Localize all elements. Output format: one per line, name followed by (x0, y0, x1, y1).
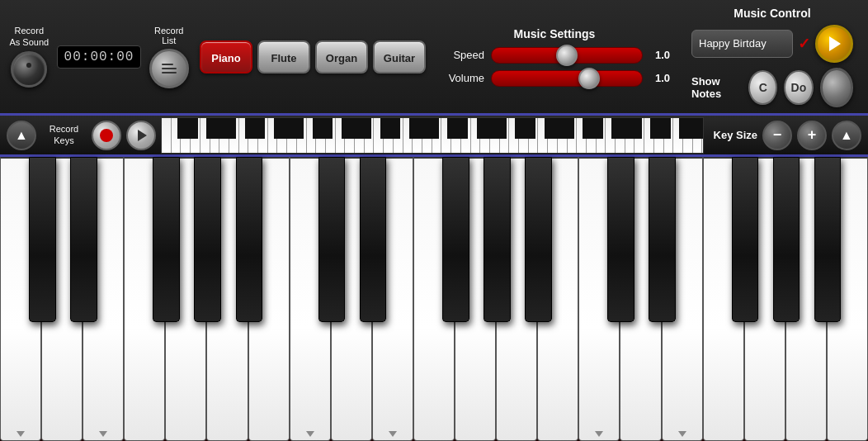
record-list-label: Record List (154, 26, 183, 45)
black-key[interactable] (773, 157, 800, 322)
mini-black-key[interactable] (564, 118, 574, 139)
black-key[interactable] (525, 157, 552, 322)
black-key[interactable] (442, 157, 469, 322)
mini-black-key[interactable] (496, 118, 507, 139)
key-size-decrease-button[interactable]: − (762, 121, 792, 150)
mini-black-key[interactable] (254, 118, 265, 139)
mini-black-key[interactable] (293, 118, 304, 139)
mini-black-key[interactable] (225, 118, 236, 139)
mini-black-key[interactable] (592, 118, 603, 139)
scroll-left-button[interactable]: ▲ (7, 121, 36, 150)
key-size-label: Key Size (714, 129, 757, 141)
black-key[interactable] (732, 157, 759, 322)
key-arrow-icon (17, 431, 25, 437)
black-key[interactable] (360, 157, 387, 322)
black-key[interactable] (153, 157, 180, 322)
knob-dot (26, 63, 31, 68)
speed-value: 1.0 (649, 49, 670, 61)
music-settings: Music Settings Speed 1.0 Volume 1.0 (431, 22, 678, 92)
check-icon: ✓ (798, 35, 810, 53)
record-keys-label: Record Keys (41, 124, 87, 145)
black-key[interactable] (649, 157, 676, 322)
song-select[interactable]: Happy Birtday (691, 30, 793, 58)
key-size-increase-button[interactable]: + (797, 121, 827, 150)
black-key[interactable] (814, 157, 842, 322)
black-key[interactable] (607, 157, 634, 322)
song-select-row: Happy Birtday ✓ (691, 25, 853, 63)
volume-value: 1.0 (649, 72, 670, 84)
speed-label: Speed (439, 49, 484, 61)
music-control-title: Music Control (691, 7, 853, 20)
mini-black-key[interactable] (322, 118, 333, 139)
play-large-button[interactable] (815, 25, 853, 63)
piano-area (0, 157, 868, 441)
black-key[interactable] (318, 157, 346, 322)
record-as-sound-label: Record As Sound (9, 26, 49, 47)
speed-slider-row: Speed 1.0 (439, 47, 670, 64)
volume-label: Volume (439, 72, 484, 84)
black-key[interactable] (236, 157, 263, 322)
volume-slider-track[interactable] (491, 70, 643, 87)
mini-black-key[interactable] (361, 118, 371, 139)
key-arrow-icon (595, 431, 603, 437)
top-bar: Record As Sound 00:00:00 Record List Pia… (0, 0, 868, 116)
record-as-sound-section: Record As Sound (7, 26, 52, 87)
music-settings-title: Music Settings (514, 27, 596, 40)
note-knob[interactable] (820, 68, 853, 107)
mini-black-key[interactable] (186, 118, 197, 139)
piano-strip (161, 117, 704, 154)
key-arrow-icon (389, 431, 397, 437)
instrument-buttons: Piano Flute Organ Guitar (200, 40, 426, 74)
play-triangle-icon (829, 36, 841, 51)
note-c-button[interactable]: C (748, 70, 777, 105)
note-do-button[interactable]: Do (784, 70, 813, 105)
play-icon (138, 130, 147, 141)
black-key[interactable] (484, 157, 511, 322)
speed-slider-thumb[interactable] (556, 45, 578, 66)
instrument-guitar[interactable]: Guitar (373, 40, 426, 74)
list-icon (162, 64, 177, 74)
volume-slider-thumb[interactable] (578, 68, 600, 89)
control-row: ▲ Record Keys Key Size − + ▲ (0, 116, 868, 157)
instrument-flute[interactable]: Flute (257, 40, 310, 74)
timer-display: 00:00:00 (57, 45, 142, 69)
record-as-sound-knob[interactable] (11, 51, 47, 88)
mini-black-key[interactable] (631, 118, 642, 139)
instrument-piano[interactable]: Piano (200, 40, 252, 74)
record-list-section: Record List (146, 26, 191, 88)
mini-black-key[interactable] (457, 118, 468, 139)
key-arrow-icon (99, 431, 107, 437)
music-control: Music Control Happy Birtday ✓ Show Notes… (683, 2, 861, 112)
volume-slider-row: Volume 1.0 (439, 70, 670, 87)
show-notes-label: Show Notes (691, 75, 742, 100)
speed-slider-track[interactable] (491, 47, 643, 64)
record-dot-icon (100, 129, 113, 142)
black-key[interactable] (194, 157, 221, 322)
mini-black-key[interactable] (699, 118, 704, 139)
scroll-right-button[interactable]: ▲ (832, 121, 861, 150)
mini-black-key[interactable] (660, 118, 671, 139)
show-notes-row: Show Notes C Do (691, 68, 853, 107)
instrument-organ[interactable]: Organ (315, 40, 368, 74)
key-arrow-icon (306, 431, 314, 437)
black-key[interactable] (29, 157, 56, 322)
mini-black-key[interactable] (428, 118, 439, 139)
key-arrow-icon (678, 431, 686, 437)
record-button[interactable] (92, 121, 121, 150)
black-key[interactable] (70, 157, 97, 322)
play-button[interactable] (126, 121, 156, 150)
mini-black-key[interactable] (525, 118, 535, 139)
mini-white-key[interactable] (162, 118, 172, 153)
record-list-button[interactable] (149, 49, 189, 88)
mini-black-key[interactable] (389, 118, 400, 139)
